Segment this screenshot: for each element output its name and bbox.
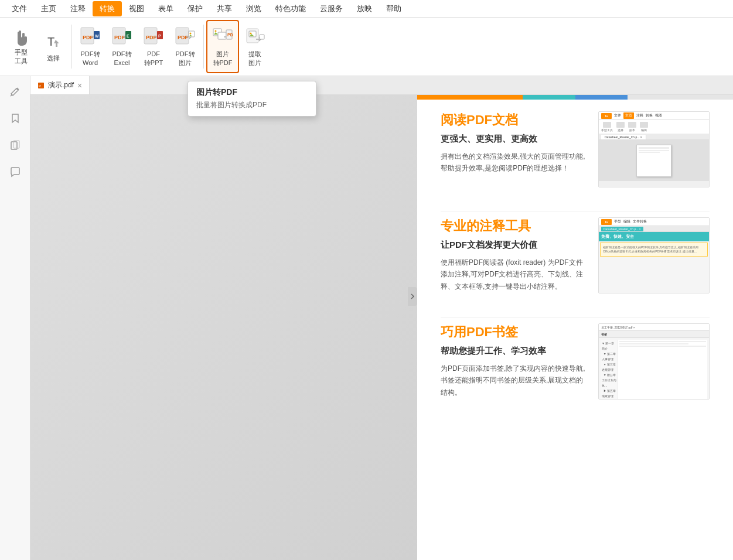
feature-bookmark-subtitle: 帮助您提升工作、学习效率 <box>441 346 587 357</box>
menu-convert[interactable]: 转换 <box>93 1 122 16</box>
feature-read-title: 阅读PDF文档 <box>441 111 587 129</box>
feature-annotate-subtitle: 让PDF文档发挥更大价值 <box>441 240 587 251</box>
feature-annotate-img: G 手型 编辑 文件转换 Datasheet_Reader_Ch.p... × … <box>598 217 710 293</box>
divider-annotate-bookmark <box>441 317 710 317</box>
tab-close-button[interactable]: × <box>77 81 82 90</box>
feature-read-subtitle: 更强大、更实用、更高效 <box>441 134 587 145</box>
collapse-arrow[interactable] <box>408 287 417 306</box>
feature-bookmark-title: 巧用PDF书签 <box>441 323 587 341</box>
menubar: 文件 主页 注释 转换 视图 表单 保护 共享 浏览 特色功能 云服务 放映 帮… <box>0 0 733 18</box>
tab-filename: 演示.pdf <box>48 80 74 90</box>
svg-text:PDF: PDF <box>146 35 157 40</box>
sidebar-bookmark-icon[interactable] <box>5 108 26 129</box>
menu-home[interactable]: 主页 <box>34 1 63 16</box>
divider2 <box>203 25 204 69</box>
menu-cloud[interactable]: 云服务 <box>313 1 350 16</box>
sidebar-edit-icon[interactable] <box>5 81 26 102</box>
svg-rect-19 <box>218 32 226 39</box>
feature-read-desc: 拥有出色的文档渲染效果,强大的页面管理功能, 帮助提升效率,是您阅读PDF的理想… <box>441 151 587 175</box>
strip-teal <box>523 95 575 100</box>
svg-text:PDF: PDF <box>114 35 125 40</box>
menu-special[interactable]: 特色功能 <box>268 1 313 16</box>
tooltip-title: 图片转PDF <box>196 87 308 98</box>
hand-tool-icon <box>12 28 30 47</box>
pdf-to-word-icon: PDF W <box>80 26 101 47</box>
tab-bar: P 演示.pdf × <box>30 76 733 95</box>
feature-read: 阅读PDF文档 更强大、更实用、更高效 拥有出色的文档渲染效果,强大的页面管理功… <box>441 111 710 187</box>
feature-read-text: 阅读PDF文档 更强大、更实用、更高效 拥有出色的文档渲染效果,强大的页面管理功… <box>441 111 587 175</box>
svg-point-16 <box>190 33 192 35</box>
strip-gray <box>628 95 733 100</box>
img-to-pdf-icon: PDF <box>212 26 233 47</box>
pdf-to-excel-button[interactable]: PDF E PDF转Excel <box>106 20 138 73</box>
hand-tool-label: 手型工具 <box>15 48 28 66</box>
pdf-to-img-icon: PDF <box>175 26 196 47</box>
svg-text:E: E <box>127 34 129 38</box>
left-panel <box>30 95 417 560</box>
menu-protect[interactable]: 保护 <box>180 1 210 16</box>
strip-orange <box>417 95 523 100</box>
menu-help[interactable]: 帮助 <box>379 1 408 16</box>
sidebar-comment-icon[interactable] <box>5 162 26 183</box>
svg-text:PDF: PDF <box>227 33 233 37</box>
menu-file[interactable]: 文件 <box>5 1 34 16</box>
toolbar: 手型工具 T 选择 PDF W PDF转Word <box>0 18 733 76</box>
menu-form[interactable]: 表单 <box>151 1 180 16</box>
menu-annotate[interactable]: 注释 <box>63 1 93 16</box>
feature-read-img: G 文件 主页 注释 转换 视图 手型工具 <box>598 111 710 187</box>
svg-text:P: P <box>39 84 41 88</box>
tab-item[interactable]: P 演示.pdf × <box>30 76 90 94</box>
svg-text:W: W <box>95 34 99 38</box>
svg-point-18 <box>215 30 217 32</box>
svg-text:PDF: PDF <box>178 35 189 40</box>
feature-bookmark-desc: 为PDF页面添加书签,除了实现内容的快速导航,书签还能指明不同书签的层级关系,展… <box>441 363 587 398</box>
select-icon: T <box>43 30 64 52</box>
feature-annotate-text: 专业的注释工具 让PDF文档发挥更大价值 使用福昕PDF阅读器 (foxit r… <box>441 217 587 292</box>
svg-text:PDF: PDF <box>83 35 94 40</box>
select-button[interactable]: T 选择 <box>37 20 69 73</box>
pdf-to-img-button[interactable]: PDF PDF转图片 <box>169 20 201 73</box>
extract-img-button[interactable]: 提取图片 <box>239 20 271 73</box>
img-to-pdf-label: 图片转PDF <box>213 50 233 67</box>
sidebar-pages-icon[interactable] <box>5 135 26 156</box>
left-sidebar <box>0 76 30 560</box>
img-to-pdf-button[interactable]: PDF 图片转PDF <box>206 20 239 73</box>
pdf-to-excel-label: PDF转Excel <box>112 50 132 67</box>
menu-view[interactable]: 视图 <box>122 1 151 16</box>
feature-bookmark-text: 巧用PDF书签 帮助您提升工作、学习效率 为PDF页面添加书签,除了实现内容的快… <box>441 323 587 398</box>
pdf-to-excel-icon: PDF E <box>111 26 132 47</box>
strip-blue <box>575 95 628 100</box>
menu-share[interactable]: 共享 <box>210 1 239 16</box>
feature-annotate-title: 专业的注释工具 <box>441 217 587 235</box>
main-content: 阅读PDF文档 更强大、更实用、更高效 拥有出色的文档渲染效果,强大的页面管理功… <box>30 95 733 560</box>
extract-img-label: 提取图片 <box>248 50 261 67</box>
feature-annotate: 专业的注释工具 让PDF文档发挥更大价值 使用福昕PDF阅读器 (foxit r… <box>441 217 710 293</box>
divider1 <box>71 25 72 69</box>
pdf-to-ppt-button[interactable]: PDF P PDF转PPT <box>138 20 169 73</box>
right-panel: 阅读PDF文档 更强大、更实用、更高效 拥有出色的文档渲染效果,强大的页面管理功… <box>417 95 733 560</box>
svg-text:T: T <box>47 35 54 48</box>
svg-text:P: P <box>158 34 161 38</box>
pdf-to-img-label: PDF转图片 <box>176 50 195 67</box>
color-strip <box>417 95 733 100</box>
pdf-to-ppt-icon: PDF P <box>143 26 164 47</box>
menu-slideshow[interactable]: 放映 <box>350 1 379 16</box>
extract-img-icon <box>244 26 265 47</box>
feature-bookmark-img: 员工手册_20120917.pdf × 书签 ▼ 第一章 简介 ▼ 第二章 人事… <box>598 323 710 399</box>
svg-rect-25 <box>260 35 264 39</box>
tooltip-box: 图片转PDF 批量将图片转换成PDF <box>187 81 316 117</box>
hand-tool-button[interactable]: 手型工具 <box>5 20 37 73</box>
pdf-to-word-label: PDF转Word <box>81 50 100 67</box>
chevron-right-icon <box>410 293 415 300</box>
tooltip-desc: 批量将图片转换成PDF <box>196 100 308 110</box>
feature-annotate-desc: 使用福昕PDF阅读器 (foxit reader) 为PDF文件添加注释,可对P… <box>441 257 587 292</box>
feature-bookmark: 巧用PDF书签 帮助您提升工作、学习效率 为PDF页面添加书签,除了实现内容的快… <box>441 323 710 399</box>
menu-browse[interactable]: 浏览 <box>239 1 268 16</box>
pdf-to-ppt-label: PDF转PPT <box>144 50 163 67</box>
pdf-to-word-button[interactable]: PDF W PDF转Word <box>74 20 106 73</box>
pdf-tab-icon: P <box>37 82 45 89</box>
divider-read-annotate <box>441 211 710 211</box>
select-label: 选择 <box>47 54 60 62</box>
